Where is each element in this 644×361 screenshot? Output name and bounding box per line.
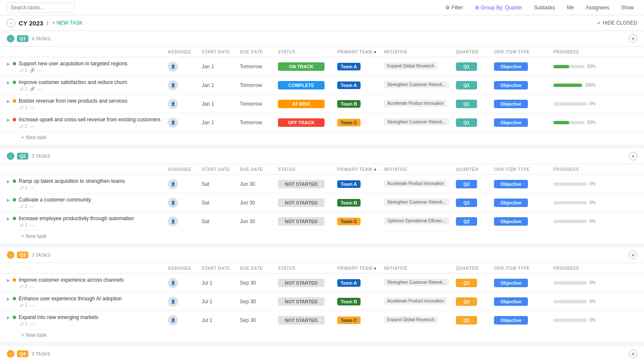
- status-cell: NOT STARTED: [278, 279, 337, 287]
- quarter-cell: Q1: [456, 81, 494, 90]
- quarter-header-q2: ○ Q2 3 TASKS +: [0, 148, 644, 164]
- add-task-button-q2[interactable]: +: [629, 152, 637, 160]
- due-date-cell: Jun 30: [240, 218, 278, 224]
- quarter-cell-badge: Q1: [456, 81, 477, 90]
- add-task-button-q3[interactable]: +: [629, 251, 637, 259]
- team-badge: Team A: [337, 279, 361, 287]
- okr-type-badge: Objective: [494, 81, 528, 90]
- expand-icon[interactable]: ▶: [7, 216, 10, 221]
- quarter-cell-badge: Q1: [456, 100, 477, 108]
- expand-icon[interactable]: ▶: [7, 99, 10, 104]
- expand-icon[interactable]: ▶: [7, 297, 10, 301]
- add-task-button-q4[interactable]: +: [629, 350, 637, 358]
- start-date-cell: Jan 1: [202, 120, 240, 126]
- info-icon[interactable]: ℹ: [47, 20, 49, 26]
- quarter-toggle-q4[interactable]: ○: [7, 350, 14, 358]
- table-row[interactable]: ▶ Expand into new emerging markets ⎇ 2 —…: [0, 311, 644, 330]
- quarter-toggle-q2[interactable]: ○: [7, 152, 14, 160]
- progress-label: 0%: [590, 299, 596, 304]
- assignee-cell: 👤: [168, 118, 202, 128]
- new-task-button[interactable]: + NEW TASK: [52, 20, 83, 26]
- new-task-link[interactable]: + New task: [21, 233, 47, 239]
- search-input[interactable]: [7, 3, 75, 13]
- th-start-date: START DATE: [202, 50, 240, 54]
- task-name-wrapper: Increase upsell and cross-sell revenue f…: [19, 116, 161, 129]
- show-button[interactable]: Show: [618, 3, 637, 12]
- assignee-cell: 👤: [168, 80, 202, 90]
- status-cell: NOT STARTED: [278, 297, 337, 306]
- th-quarter: QUARTER: [456, 167, 494, 172]
- due-date-cell: Tomorrow: [240, 82, 278, 88]
- th-primary-team: PRIMARY TEAM ●: [337, 266, 384, 271]
- add-task-button-q1[interactable]: +: [629, 34, 637, 43]
- group-by-label: Group By: Quarter: [481, 5, 522, 11]
- expand-icon[interactable]: ▶: [7, 62, 10, 66]
- me-button[interactable]: Me: [564, 3, 577, 12]
- task-name-wrapper: Enhance user experience through AI adopt…: [19, 295, 122, 308]
- table-row[interactable]: ▶ Improve customer satisfaction and redu…: [0, 76, 644, 95]
- task-name-cell: ▶ Bolster revenue from new products and …: [7, 98, 168, 110]
- expand-icon[interactable]: ▶: [7, 315, 10, 320]
- quarter-cell: Q1: [456, 118, 494, 127]
- new-task-row-q1: + New task: [0, 132, 644, 145]
- main-content: ○ Q1 4 TASKS + ASSIGNEE START DATE DUE D…: [0, 31, 644, 361]
- collapse-button[interactable]: ○: [7, 19, 15, 27]
- subtask-icon: ⎇ 2: [19, 87, 27, 91]
- task-name-wrapper: Improve customer experience across chann…: [19, 277, 124, 289]
- status-dot: [13, 62, 16, 65]
- quarter-badge-q2: Q2: [17, 153, 28, 160]
- assignee-cell: 👤: [168, 99, 202, 109]
- progress-bar-bg: [553, 84, 582, 87]
- status-cell: ON TRACK: [278, 62, 337, 71]
- table-row[interactable]: ▶ Ramp up talent acquisition to strength…: [0, 175, 644, 193]
- table-row[interactable]: ▶ Enhance user experience through AI ado…: [0, 292, 644, 311]
- dash-icon: —: [30, 322, 34, 326]
- dash-icon: —: [30, 124, 34, 129]
- task-meta: ⎇ 2 —: [19, 223, 134, 227]
- expand-icon[interactable]: ▶: [7, 179, 10, 184]
- new-task-link[interactable]: + New task: [21, 134, 47, 140]
- table-row[interactable]: ▶ Improve customer experience across cha…: [0, 274, 644, 292]
- dash-icon: —: [30, 185, 34, 190]
- group-by-button[interactable]: ⊞ Group By: Quarter: [472, 3, 526, 12]
- team-cell: Team B: [337, 199, 384, 207]
- table-row[interactable]: ▶ Support new user acquisition in target…: [0, 57, 644, 76]
- status-cell: OFF TRACK: [278, 118, 337, 127]
- start-date-cell: Sat: [202, 218, 240, 224]
- task-name-cell: ▶ Expand into new emerging markets ⎇ 2 —: [7, 314, 168, 327]
- filter-button[interactable]: ⚙ Filter: [442, 3, 466, 12]
- assignees-button[interactable]: Assignees: [583, 3, 613, 12]
- due-date-cell: Tomorrow: [240, 120, 278, 126]
- team-cell: Team C: [337, 119, 384, 126]
- status-dot: [13, 297, 16, 300]
- subtask-icon: ⎇ 2: [19, 105, 27, 110]
- due-date-cell: Sep 30: [240, 299, 278, 305]
- quarter-toggle-q3[interactable]: ○: [7, 251, 14, 259]
- subtasks-button[interactable]: Subtasks: [531, 3, 558, 12]
- assignee-cell: 👤: [168, 278, 202, 288]
- expand-icon[interactable]: ▶: [7, 118, 10, 122]
- quarter-toggle-q1[interactable]: ○: [7, 35, 14, 42]
- new-task-link[interactable]: + New task: [21, 332, 47, 338]
- status-dot: [13, 316, 16, 319]
- task-name-wrapper: Expand into new emerging markets ⎇ 2 —: [19, 314, 98, 327]
- expand-icon[interactable]: ▶: [7, 198, 10, 202]
- th-due-date: DUE DATE: [240, 167, 278, 172]
- status-badge: OFF TRACK: [278, 118, 325, 127]
- table-row[interactable]: ▶ Increase employee productivity through…: [0, 212, 644, 231]
- progress-label: 0%: [590, 219, 596, 224]
- quarter-badge-q4: Q4: [17, 350, 28, 357]
- task-name-wrapper: Bolster revenue from new products and se…: [19, 98, 128, 110]
- status-dot: [13, 118, 16, 121]
- table-row[interactable]: ▶ Increase upsell and cross-sell revenue…: [0, 113, 644, 132]
- start-date-cell: Jul 1: [202, 317, 240, 323]
- hide-closed-button[interactable]: ✓ HIDE CLOSED: [597, 20, 637, 26]
- table-row[interactable]: ▶ Cultivate a customer community ⎇ 2 — 👤…: [0, 193, 644, 212]
- initiative-cell: Strengthen Customer Retenti...: [384, 81, 456, 90]
- expand-icon[interactable]: ▶: [7, 80, 10, 85]
- task-name-cell: ▶ Ramp up talent acquisition to strength…: [7, 178, 168, 190]
- progress-bar-bg: [553, 281, 587, 285]
- expand-icon[interactable]: ▶: [7, 278, 10, 283]
- avatar: 👤: [168, 99, 178, 109]
- table-row[interactable]: ▶ Bolster revenue from new products and …: [0, 95, 644, 113]
